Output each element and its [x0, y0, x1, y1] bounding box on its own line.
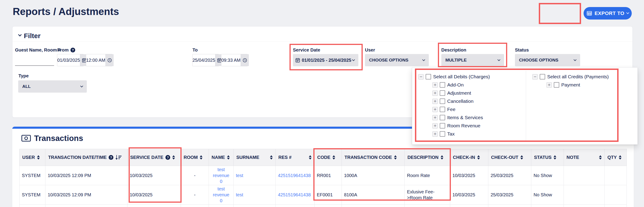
collapse-icon[interactable]: − [418, 74, 424, 79]
column-header-surname[interactable]: SURNAME [234, 149, 276, 166]
checkbox[interactable] [426, 74, 431, 79]
column-label: SERVICE DATE [130, 155, 164, 160]
surname-link[interactable]: test [236, 173, 243, 178]
type-label: Type [18, 73, 29, 79]
column-header-check-out[interactable]: CHECK-OUT [488, 149, 531, 166]
name-link[interactable]: test revenue 0 [213, 167, 229, 184]
checkbox[interactable] [440, 107, 445, 112]
res-link[interactable]: 4251519641438 [278, 192, 311, 197]
tree-item: +Cancellation [432, 97, 490, 105]
expand-icon[interactable]: + [432, 99, 438, 104]
sort-icon[interactable] [440, 155, 443, 160]
cell-user: SYSTEM [20, 166, 46, 185]
cell-qty [605, 166, 627, 185]
sort-descending-icon[interactable] [115, 155, 122, 160]
column-header-service-date[interactable]: SERVICE DATE? [128, 149, 181, 166]
sort-icon[interactable] [477, 155, 480, 160]
sort-icon[interactable] [200, 155, 202, 160]
from-time-input[interactable]: 12:00 AM [86, 54, 113, 66]
sort-icon[interactable] [227, 155, 230, 160]
cell-description: Exlusive Fee->Room Rate [405, 185, 450, 205]
guest-name-input[interactable] [15, 54, 54, 66]
help-icon[interactable]: ? [108, 155, 114, 160]
tree-item-label: Select all Credits (Payments) [547, 74, 609, 79]
expand-icon[interactable]: + [546, 82, 552, 88]
column-header-res[interactable]: RES # [276, 149, 314, 166]
checkbox[interactable] [440, 123, 445, 128]
column-label: ROOM [184, 155, 198, 160]
status-select[interactable]: CHOOSE OPTIONS [515, 54, 580, 66]
surname-link[interactable]: test [236, 192, 243, 197]
expand-icon[interactable]: + [432, 107, 438, 112]
column-label: CODE [317, 155, 330, 160]
column-header-qty[interactable]: QTY [605, 149, 627, 166]
column-header-transaction-date-time[interactable]: TRANSACTION DATE/TIME? [46, 149, 128, 166]
expand-icon[interactable]: + [432, 123, 438, 128]
cell-empty [276, 205, 314, 207]
tree-item-label: Select all Debits (Charges) [433, 74, 490, 79]
export-to-button[interactable]: EXPORT TO [584, 7, 632, 19]
column-header-code[interactable]: CODE [314, 149, 342, 166]
checkbox[interactable] [440, 82, 445, 88]
column-header-room[interactable]: ROOM [181, 149, 209, 166]
cell-empty [342, 205, 405, 207]
expand-icon[interactable]: + [432, 82, 438, 88]
checkbox[interactable] [440, 90, 445, 96]
cell-note [564, 185, 605, 205]
column-label: SURNAME [236, 155, 259, 160]
checkbox[interactable] [554, 82, 559, 88]
column-header-check-in[interactable]: CHECK-IN [450, 149, 488, 166]
from-date-input[interactable]: 01/03/2025 [57, 54, 84, 66]
checkbox[interactable] [440, 115, 445, 120]
sort-icon[interactable] [37, 155, 40, 160]
sort-icon[interactable] [332, 155, 335, 160]
sort-icon[interactable] [394, 155, 397, 160]
help-icon[interactable]: ? [166, 155, 170, 160]
expand-icon[interactable]: + [432, 91, 438, 96]
cell-surname: test [234, 185, 276, 205]
to-time-input[interactable]: 09:33 AM [221, 54, 248, 66]
description-select[interactable]: MULTIPLE [441, 54, 504, 66]
tree-item: +Add-On [432, 81, 490, 89]
table-row: SYSTEM10/03/2025 12:09 PM10/03/2025-test… [20, 185, 627, 205]
sort-icon[interactable] [599, 155, 602, 160]
checkbox[interactable] [440, 131, 445, 137]
cell-transaction-code: 1000A [342, 166, 405, 185]
clock-icon[interactable] [106, 54, 114, 66]
column-label: NAME [212, 155, 225, 160]
cell-transaction-code: 8100A [342, 185, 405, 205]
to-date-input[interactable]: 25/04/2025 [192, 54, 219, 66]
tree-item: −Select all Credits (Payments) [532, 73, 609, 81]
column-header-transaction-code[interactable]: TRANSACTION CODE [342, 149, 405, 166]
sort-icon[interactable] [309, 155, 312, 160]
user-select[interactable]: CHOOSE OPTIONS [365, 54, 429, 66]
expand-icon[interactable]: + [432, 115, 438, 120]
help-icon[interactable]: ? [70, 48, 75, 52]
res-link[interactable]: 4251519641438 [278, 173, 311, 178]
service-date-range-picker[interactable]: 01/01/2025 - 25/04/2025 [293, 54, 358, 66]
expand-icon[interactable]: + [432, 131, 438, 137]
cell-transaction-datetime: 10/03/2025 12:09 PM [46, 185, 128, 205]
sort-icon[interactable] [172, 155, 175, 160]
sort-icon[interactable] [520, 155, 523, 160]
tree-item-label: Tax [447, 131, 455, 137]
clock-icon[interactable] [241, 54, 249, 66]
sort-icon[interactable] [554, 155, 556, 160]
column-header-description[interactable]: DESCRIPTION [405, 149, 450, 166]
column-label: QTY [608, 155, 617, 160]
checkbox[interactable] [540, 74, 545, 79]
tree-item: +Payment [546, 81, 609, 89]
sort-icon[interactable] [270, 155, 273, 160]
type-select[interactable]: ALL [18, 80, 87, 93]
collapse-icon[interactable]: − [532, 74, 538, 79]
table-header-row: USERTRANSACTION DATE/TIME?SERVICE DATE?R… [20, 149, 627, 166]
sort-icon[interactable] [619, 155, 622, 160]
column-label: CHECK-IN [453, 155, 475, 160]
column-header-user[interactable]: USER [20, 149, 46, 166]
column-header-status[interactable]: STATUS [531, 149, 564, 166]
checkbox[interactable] [440, 99, 445, 104]
column-header-note[interactable]: NOTE [564, 149, 605, 166]
name-link[interactable]: test revenue 0 [213, 186, 229, 203]
column-header-name[interactable]: NAME [209, 149, 234, 166]
filter-section-toggle[interactable]: Filter [19, 32, 40, 40]
